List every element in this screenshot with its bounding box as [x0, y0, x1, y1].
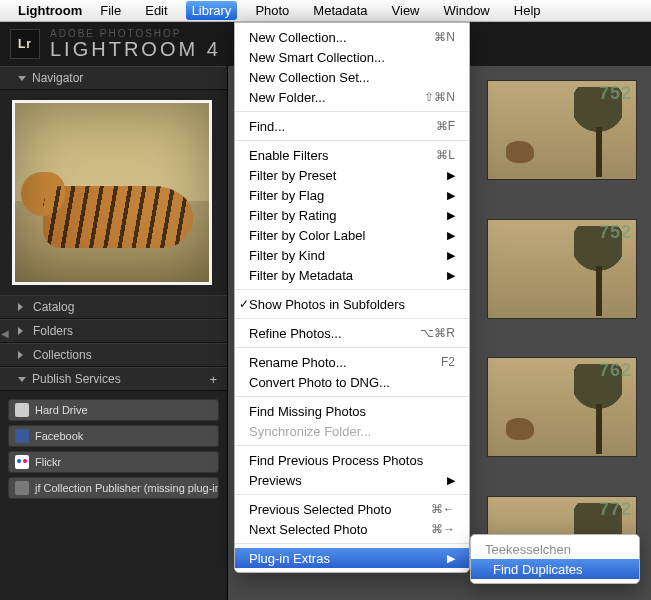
- menu-item-label: Filter by Color Label: [249, 228, 365, 243]
- menu-item[interactable]: Filter by Metadata▶: [235, 265, 469, 285]
- menu-item-label: Plug-in Extras: [249, 551, 330, 566]
- menu-item-label: Find Previous Process Photos: [249, 453, 423, 468]
- menu-item: Synchronize Folder...: [235, 421, 469, 441]
- panel-folders-label: Folders: [33, 324, 73, 338]
- panel-publish-label: Publish Services: [32, 372, 121, 386]
- menu-item[interactable]: ✓Show Photos in Subfolders: [235, 294, 469, 314]
- menu-item[interactable]: Next Selected Photo⌘→: [235, 519, 469, 539]
- submenu-arrow-icon: ▶: [447, 229, 455, 242]
- menu-item[interactable]: Find Missing Photos: [235, 401, 469, 421]
- menu-item[interactable]: Previous Selected Photo⌘←: [235, 499, 469, 519]
- thumbnail[interactable]: 762: [487, 357, 637, 457]
- panel-publish[interactable]: Publish Services +: [0, 367, 227, 391]
- publish-item-jf[interactable]: jf Collection Publisher (missing plug-in…: [8, 477, 219, 499]
- menubar-edit[interactable]: Edit: [139, 1, 173, 20]
- panel-collections[interactable]: Collections: [0, 343, 227, 367]
- menu-item[interactable]: Convert Photo to DNG...: [235, 372, 469, 392]
- menu-item[interactable]: Filter by Rating▶: [235, 205, 469, 225]
- menu-shortcut: ⌘L: [436, 148, 455, 162]
- menu-item-label: Find...: [249, 119, 285, 134]
- menu-shortcut: ⌘F: [436, 119, 455, 133]
- publish-add-button[interactable]: +: [209, 372, 217, 387]
- menu-shortcut: ⇧⌘N: [424, 90, 455, 104]
- library-menu: New Collection...⌘NNew Smart Collection.…: [234, 22, 470, 573]
- publish-item-label: Hard Drive: [35, 404, 88, 416]
- menu-item[interactable]: Previews▶: [235, 470, 469, 490]
- disclosure-triangle-icon: [18, 76, 26, 81]
- menubar-metadata[interactable]: Metadata: [307, 1, 373, 20]
- menu-item[interactable]: Filter by Kind▶: [235, 245, 469, 265]
- menu-item[interactable]: Filter by Color Label▶: [235, 225, 469, 245]
- facebook-icon: [15, 429, 29, 443]
- navigator-image: [12, 100, 212, 285]
- menu-item[interactable]: Rename Photo...F2: [235, 352, 469, 372]
- navigator-preview[interactable]: [0, 90, 227, 295]
- disclosure-triangle-icon: [18, 377, 26, 382]
- thumbnail-watermark: 772: [599, 499, 632, 520]
- publish-item-label: Facebook: [35, 430, 83, 442]
- menubar-library[interactable]: Library: [186, 1, 238, 20]
- disclosure-triangle-icon: [18, 351, 27, 359]
- menu-item-label: Filter by Preset: [249, 168, 336, 183]
- menu-item-label: Find Missing Photos: [249, 404, 366, 419]
- disclosure-triangle-icon: [18, 303, 27, 311]
- menubar-app-name[interactable]: Lightroom: [18, 3, 82, 18]
- submenu-arrow-icon: ▶: [447, 269, 455, 282]
- submenu-find-duplicates[interactable]: Find Duplicates: [471, 559, 639, 579]
- menu-item-label: Filter by Rating: [249, 208, 336, 223]
- menu-item-label: New Smart Collection...: [249, 50, 385, 65]
- menu-item-label: New Collection...: [249, 30, 347, 45]
- submenu-arrow-icon: ▶: [447, 249, 455, 262]
- left-sidebar: ◀ Navigator Catalog Folders Collections …: [0, 66, 228, 600]
- submenu-arrow-icon: ▶: [447, 169, 455, 182]
- menu-item-label: Refine Photos...: [249, 326, 342, 341]
- publish-item-flickr[interactable]: Flickr: [8, 451, 219, 473]
- panel-navigator[interactable]: Navigator: [0, 66, 227, 90]
- menu-item[interactable]: Find...⌘F: [235, 116, 469, 136]
- publish-item-label: jf Collection Publisher (missing plug-in…: [35, 482, 219, 494]
- submenu-arrow-icon: ▶: [447, 474, 455, 487]
- menubar-file[interactable]: File: [94, 1, 127, 20]
- menubar-photo[interactable]: Photo: [249, 1, 295, 20]
- menu-item-label: New Collection Set...: [249, 70, 370, 85]
- menu-item-label: Enable Filters: [249, 148, 328, 163]
- menu-item[interactable]: New Collection...⌘N: [235, 27, 469, 47]
- publish-item-hard-drive[interactable]: Hard Drive: [8, 399, 219, 421]
- panel-folders[interactable]: Folders: [0, 319, 227, 343]
- submenu-header: Teekesselchen: [471, 539, 639, 559]
- lightroom-badge-icon: Lr: [10, 29, 40, 59]
- menubar-window[interactable]: Window: [438, 1, 496, 20]
- menu-item-label: Convert Photo to DNG...: [249, 375, 390, 390]
- sidebar-collapse-icon[interactable]: ◀: [0, 323, 10, 343]
- menu-item[interactable]: Enable Filters⌘L: [235, 145, 469, 165]
- menubar-help[interactable]: Help: [508, 1, 547, 20]
- menu-item[interactable]: New Smart Collection...: [235, 47, 469, 67]
- publish-item-label: Flickr: [35, 456, 61, 468]
- menubar-view[interactable]: View: [386, 1, 426, 20]
- thumbnail-watermark: 752: [599, 222, 632, 243]
- menu-item[interactable]: Find Previous Process Photos: [235, 450, 469, 470]
- menu-item-label: Filter by Kind: [249, 248, 325, 263]
- thumbnail[interactable]: 752: [487, 80, 637, 180]
- panel-navigator-label: Navigator: [32, 71, 83, 85]
- menu-item-label: Previews: [249, 473, 302, 488]
- submenu-arrow-icon: ▶: [447, 189, 455, 202]
- menu-item-label: Next Selected Photo: [249, 522, 368, 537]
- menu-shortcut: ⌘→: [431, 522, 455, 536]
- menu-item[interactable]: New Collection Set...: [235, 67, 469, 87]
- flickr-icon: [15, 455, 29, 469]
- menu-item[interactable]: New Folder...⇧⌘N: [235, 87, 469, 107]
- menu-item[interactable]: Filter by Flag▶: [235, 185, 469, 205]
- menu-item-label: New Folder...: [249, 90, 326, 105]
- menu-item[interactable]: Refine Photos...⌥⌘R: [235, 323, 469, 343]
- publish-item-facebook[interactable]: Facebook: [8, 425, 219, 447]
- menu-item-label: Filter by Flag: [249, 188, 324, 203]
- menu-item[interactable]: Plug-in Extras▶: [235, 548, 469, 568]
- thumbnail[interactable]: 752: [487, 219, 637, 319]
- menu-item-label: Filter by Metadata: [249, 268, 353, 283]
- menu-item[interactable]: Filter by Preset▶: [235, 165, 469, 185]
- menu-item-label: Previous Selected Photo: [249, 502, 391, 517]
- thumbnail-watermark: 752: [599, 83, 632, 104]
- submenu-arrow-icon: ▶: [447, 209, 455, 222]
- panel-catalog[interactable]: Catalog: [0, 295, 227, 319]
